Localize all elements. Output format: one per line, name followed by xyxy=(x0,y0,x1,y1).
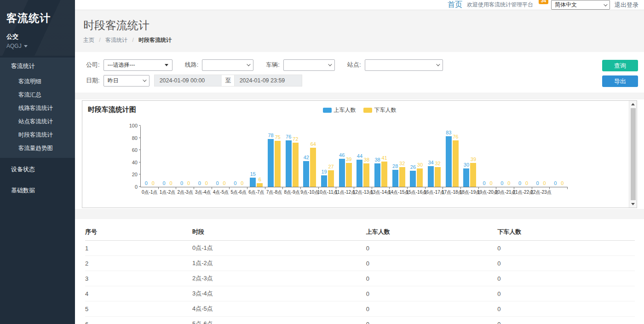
bar-group: 0021点-22点 xyxy=(514,126,532,187)
filter-row-1: 公司: ---请选择--- 线路: 车辆: xyxy=(86,59,644,71)
date-preset-select[interactable]: 昨日 xyxy=(104,75,150,87)
sidebar-subitem[interactable]: 客流量趋势图 xyxy=(0,142,75,155)
bar-value-label: 38 xyxy=(364,157,369,162)
table-cell: 6 xyxy=(85,317,192,324)
date-label: 日期: xyxy=(86,76,100,85)
bar-alighting: 32 xyxy=(399,167,405,187)
breadcrumb-separator: / xyxy=(132,37,133,43)
bar-alighting: 27 xyxy=(328,170,334,187)
sidebar: 客流统计 公交 AQGJ 客流统计 客流明细客流汇总线路客流统计站点客流统计时段… xyxy=(0,0,75,324)
bar-boarding: 76 xyxy=(286,140,292,187)
table-header-row: 序号 时段 上车人数 下车人数 xyxy=(85,224,635,241)
account-switcher[interactable]: AQGJ xyxy=(6,43,69,49)
bar-alighting: 32 xyxy=(435,167,441,187)
table-row: 54点-5点00 xyxy=(85,301,635,317)
vehicle-select[interactable] xyxy=(283,59,335,71)
language-select[interactable]: 简体中文 xyxy=(551,0,610,10)
chevron-down-icon xyxy=(143,78,146,81)
table-panel: 序号 时段 上车人数 下车人数 10点-1点0021点-2点0032点-3点00… xyxy=(75,219,644,324)
bar-group: 000点-1点 xyxy=(141,126,159,187)
chart-scrollbar[interactable] xyxy=(629,101,637,208)
scrollbar-thumb[interactable] xyxy=(631,108,636,200)
breadcrumb-home[interactable]: 主页 xyxy=(83,37,94,43)
bar-value-label: 0 xyxy=(490,180,493,186)
bar-boarding: 34 xyxy=(428,166,434,187)
bar-value-label: 76 xyxy=(453,134,458,139)
sidebar-subitem[interactable]: 客流汇总 xyxy=(0,88,75,102)
sidebar-item-device-status[interactable]: 设备状态 xyxy=(0,160,75,179)
bar-value-label: 19 xyxy=(321,169,327,174)
line-filter: 线路: xyxy=(185,59,254,71)
chevron-down-icon xyxy=(328,62,332,66)
sidebar-nav: 客流统计 客流明细客流汇总线路客流统计站点客流统计时段客流统计客流量趋势图 设备… xyxy=(0,58,75,200)
bar-value-label: 0 xyxy=(152,180,155,186)
breadcrumb: 主页 / 客流统计 / 时段客流统计 xyxy=(83,36,635,52)
bar-value-label: 0 xyxy=(162,180,165,186)
table-cell: 0 xyxy=(497,256,635,271)
sidebar-subitem[interactable]: 时段客流统计 xyxy=(0,128,75,142)
bar-group: 384113点-14点 xyxy=(372,126,390,187)
table-cell: 0 xyxy=(366,286,498,301)
bar-value-label: 78 xyxy=(268,133,273,138)
bar-value-label: 32 xyxy=(399,161,405,166)
sidebar-subitem[interactable]: 线路客流统计 xyxy=(0,102,75,115)
chevron-down-icon xyxy=(604,2,607,6)
bar-value-label: 41 xyxy=(381,155,387,161)
bar-alighting: 6 xyxy=(257,183,263,187)
app-brand: 客流统计 xyxy=(6,11,69,25)
column-header-boarding: 上车人数 xyxy=(366,224,498,241)
bar-value-label: 0 xyxy=(525,180,528,186)
breadcrumb-section[interactable]: 客流统计 xyxy=(105,37,127,43)
x-axis-label: 6点-7点 xyxy=(248,189,264,196)
date-to-input[interactable]: 2024-01-09 23:59 xyxy=(234,75,302,87)
bar-value-label: 0 xyxy=(145,180,148,186)
bar-value-label: 26 xyxy=(410,164,416,170)
line-select[interactable] xyxy=(202,59,253,71)
bar-boarding: 28 xyxy=(392,170,398,187)
bar-group: 0019点-20点 xyxy=(479,126,497,187)
legend-item-boarding: 上车人数 xyxy=(323,106,356,114)
org-label: 公交 xyxy=(6,33,69,41)
sidebar-item-passenger-stats[interactable]: 客流统计 xyxy=(0,58,75,75)
date-from-input[interactable]: 2024-01-09 00:00 xyxy=(154,75,222,87)
bar-alighting: 30 xyxy=(417,168,423,187)
export-button[interactable]: 导出 xyxy=(602,75,638,87)
account-name: AQGJ xyxy=(6,43,22,49)
home-link[interactable]: 首页 xyxy=(448,0,462,10)
notification-badge[interactable]: 34 xyxy=(539,0,548,4)
date-filter: 日期: 昨日 2024-01-09 00:00 至 2024-01-09 23:… xyxy=(86,75,302,87)
date-preset-value: 昨日 xyxy=(108,77,119,85)
bar-value-label: 72 xyxy=(293,136,298,142)
bar-value-label: 15 xyxy=(250,171,256,177)
bar-value-label: 76 xyxy=(286,134,291,139)
bar-value-label: 30 xyxy=(417,162,423,168)
bar-value-label: 0 xyxy=(536,180,539,186)
bar-value-label: 0 xyxy=(554,180,557,186)
logout-link[interactable]: 退出登录 xyxy=(615,1,638,9)
company-select[interactable]: ---请选择--- xyxy=(104,59,172,71)
sidebar-item-base-data[interactable]: 基础数据 xyxy=(0,181,75,200)
station-select[interactable] xyxy=(365,59,443,71)
bar-alighting: 39 xyxy=(470,163,476,187)
sidebar-subitem[interactable]: 客流明细 xyxy=(0,75,75,88)
chevron-down-icon xyxy=(436,62,440,66)
table-cell: 4点-5点 xyxy=(192,301,366,317)
bar-value-label: 0 xyxy=(234,180,236,186)
y-axis-tick-label: 100 xyxy=(124,123,138,128)
chart-box: 时段车流统计图 上车人数 下车人数 020406080100000点-1点001… xyxy=(82,100,637,208)
filter-row-2: 日期: 昨日 2024-01-09 00:00 至 2024-01-09 23:… xyxy=(86,75,644,87)
date-separator: 至 xyxy=(222,75,235,87)
legend-label-alighting: 下车人数 xyxy=(374,106,397,114)
sidebar-subitem[interactable]: 站点客流统计 xyxy=(0,115,75,128)
query-button[interactable]: 查询 xyxy=(602,60,638,71)
scroll-down-button[interactable] xyxy=(629,201,637,208)
main-content: 首页 欢迎使用客流统计管理平台 34 简体中文 退出登录 时段客流统计 主页 /… xyxy=(75,0,644,324)
table-cell: 1点-2点 xyxy=(192,256,366,271)
bar-group: 463911点-12点 xyxy=(336,126,354,187)
bar-group: 78757点-8点 xyxy=(265,126,283,187)
bar-value-label: 64 xyxy=(310,141,316,147)
scroll-up-button[interactable] xyxy=(629,101,637,108)
legend-swatch-alighting xyxy=(363,108,372,113)
column-header-period: 时段 xyxy=(192,224,366,241)
bar-boarding: 42 xyxy=(303,161,309,187)
